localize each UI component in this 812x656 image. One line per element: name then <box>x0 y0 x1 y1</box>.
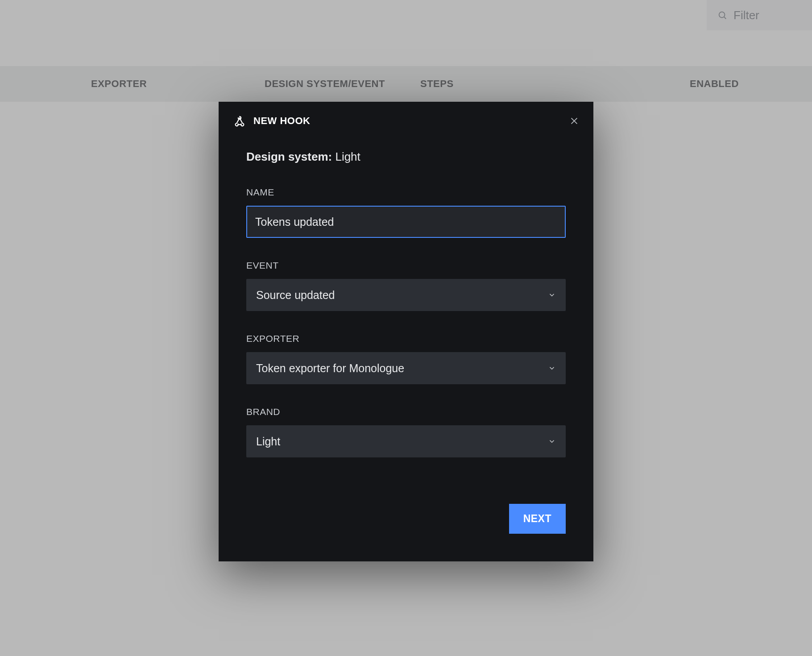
modal-body: Design system: Light NAME EVENT Source u… <box>219 132 593 457</box>
chevron-down-icon <box>548 291 556 299</box>
chevron-down-icon <box>548 437 556 445</box>
webhook-icon <box>233 114 246 128</box>
name-label: NAME <box>246 187 566 198</box>
event-value: Source updated <box>256 289 335 302</box>
exporter-value: Token exporter for Monologue <box>256 362 404 375</box>
modal-footer: NEXT <box>509 504 566 534</box>
new-hook-modal: NEW HOOK Design system: Light NAME EVENT… <box>219 102 593 561</box>
modal-title: NEW HOOK <box>253 115 569 127</box>
name-input[interactable] <box>246 206 566 238</box>
event-select[interactable]: Source updated <box>246 279 566 311</box>
event-label: EVENT <box>246 260 566 271</box>
design-system-line: Design system: Light <box>246 150 566 164</box>
design-system-value: Light <box>335 150 360 163</box>
exporter-select[interactable]: Token exporter for Monologue <box>246 352 566 384</box>
design-system-label: Design system: <box>246 150 332 163</box>
next-button[interactable]: NEXT <box>509 504 566 534</box>
modal-header: NEW HOOK <box>219 102 593 132</box>
chevron-down-icon <box>548 364 556 372</box>
brand-select[interactable]: Light <box>246 425 566 457</box>
exporter-label: EXPORTER <box>246 333 566 344</box>
brand-label: BRAND <box>246 407 566 417</box>
brand-value: Light <box>256 435 280 448</box>
close-button[interactable] <box>569 116 579 126</box>
